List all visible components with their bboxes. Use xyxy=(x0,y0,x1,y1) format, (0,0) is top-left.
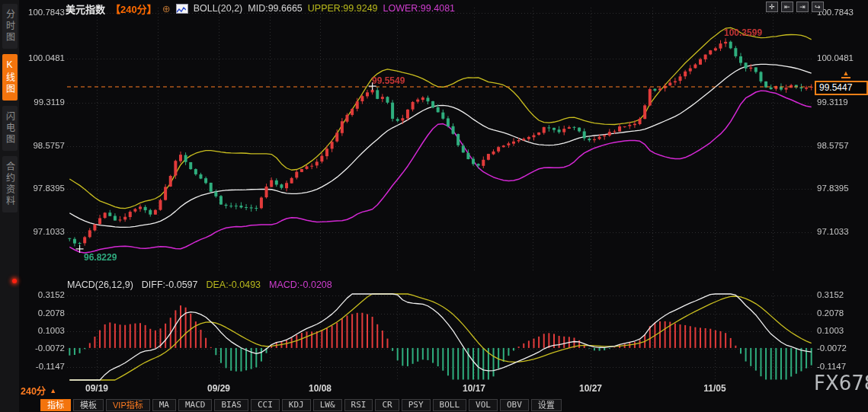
x-axis-date-label: 09/29 xyxy=(202,383,235,394)
period-label: 【240分】 xyxy=(111,2,157,16)
period-high-annotation: 100.3599 xyxy=(724,27,762,38)
macd-axis-right-label: -0.1147 xyxy=(817,362,866,371)
price-axis-left-label: 99.3119 xyxy=(21,97,65,107)
target-icon[interactable]: ⊕ xyxy=(162,4,171,14)
chart-controls: ✛ ⇤ ⇥ ↪ xyxy=(766,2,824,12)
toolbar-tab-cr[interactable]: CR xyxy=(375,399,399,411)
chevron-up-icon: ▲ xyxy=(50,387,56,394)
boll-params-label: BOLL(20,2) xyxy=(194,3,243,14)
x-axis-date-label: 09/19 xyxy=(80,383,114,394)
price-axis-right-label: 99.3119 xyxy=(817,97,866,107)
toolbar-tab-indicator[interactable]: 指标 xyxy=(40,399,71,411)
price-axis-right-label: 100.7843 xyxy=(817,8,866,17)
period-selector[interactable]: 240分 ▲ xyxy=(21,383,56,398)
boll-lower-value: LOWER:99.4081 xyxy=(383,3,456,14)
boll-mid-value: MID:99.6665 xyxy=(248,3,303,14)
toolbar-tab-vol[interactable]: VOL xyxy=(469,399,498,411)
macd-axis-right-label: -0.0072 xyxy=(817,343,866,353)
price-axis-left-label: 98.5757 xyxy=(21,141,65,150)
toolbar-tab-template[interactable]: 模板 xyxy=(73,399,104,411)
macd-axis-left-label: 0.1003 xyxy=(21,326,65,335)
price-axis-right-label: 100.0481 xyxy=(817,53,866,62)
toolbar-tab-cci[interactable]: CCI xyxy=(251,399,280,411)
macd-axis-left-label: -0.0072 xyxy=(21,343,65,353)
toolbar-tab-vip-indicator[interactable]: VIP指标 xyxy=(106,399,150,411)
toolbar-tab-kdj[interactable]: KDJ xyxy=(282,399,311,411)
toolbar-tab-bias[interactable]: BIAS xyxy=(214,399,248,411)
macd-axis-right-label: 0.1003 xyxy=(817,326,866,335)
candlestick-chart-canvas[interactable] xyxy=(0,0,868,412)
price-pin-icon[interactable]: ▲ xyxy=(841,69,850,78)
mini-chart-icon[interactable] xyxy=(176,4,188,14)
toolbar-tab-rsi[interactable]: RSI xyxy=(344,399,373,411)
sidebar-tab-lightning-chart[interactable]: 闪电图 xyxy=(2,106,18,151)
sidebar-tab-contract-info[interactable]: 合约资料 xyxy=(2,156,18,212)
macd-dea-value: DEA:-0.0493 xyxy=(206,279,261,290)
alert-icon xyxy=(12,279,17,283)
macd-params-label: MACD(26,12,9) xyxy=(67,279,133,290)
indicator-toolbar: 指标 模板 VIP指标 MA MACD BIAS CCI KDJ LW& RSI… xyxy=(40,399,562,411)
expand-x-axis-icon[interactable]: ⇥ xyxy=(796,2,809,12)
brand-watermark: FX678 xyxy=(814,372,868,394)
toolbar-tab-obv[interactable]: OBV xyxy=(500,399,529,411)
toolbar-tab-macd[interactable]: MACD xyxy=(178,399,213,411)
macd-axis-left-label: 0.2078 xyxy=(21,308,65,318)
price-axis-right-label: 97.1033 xyxy=(817,227,866,236)
symbol-title: 美元指数 xyxy=(66,2,105,16)
toolbar-tab-lw[interactable]: LW& xyxy=(313,399,342,411)
period-low-annotation: 96.8229 xyxy=(84,252,117,263)
sidebar-tab-time-chart[interactable]: 分时图 xyxy=(2,4,18,49)
macd-macd-value: MACD:-0.0208 xyxy=(269,279,332,290)
price-axis-left-label: 97.1033 xyxy=(21,227,65,236)
period-text: 240分 xyxy=(21,383,46,398)
price-axis-right-label: 98.5757 xyxy=(817,141,866,150)
toolbar-tab-ma[interactable]: MA xyxy=(152,399,176,411)
price-axis-left-label: 100.7843 xyxy=(21,8,65,17)
x-axis-date-label: 10/17 xyxy=(457,383,491,394)
left-sidebar: 分时图 K线图 闪电图 合约资料 xyxy=(0,0,19,412)
macd-axis-right-label: 0.2078 xyxy=(817,308,866,318)
trading-app-window: 分时图 K线图 闪电图 合约资料 美元指数 【240分】 ⊕ BOLL(20,2… xyxy=(0,0,868,412)
macd-axis-left-label: -0.1147 xyxy=(21,362,65,371)
x-axis-date-label: 10/27 xyxy=(574,383,607,394)
macd-header: MACD(26,12,9) DIFF:-0.0597 DEA:-0.0493 M… xyxy=(67,279,332,290)
x-axis-date-label: 11/05 xyxy=(698,383,732,394)
pan-icon[interactable]: ✛ xyxy=(766,2,778,12)
price-axis-left-label: 100.0481 xyxy=(21,53,65,62)
macd-diff-value: DIFF:-0.0597 xyxy=(142,279,198,290)
exit-chart-icon[interactable]: ↪ xyxy=(812,2,824,12)
chart-title-bar: 美元指数 【240分】 ⊕ BOLL(20,2) MID:99.6665 UPP… xyxy=(66,2,455,14)
current-price-tag: 99.5447 xyxy=(815,81,868,95)
toolbar-tab-settings[interactable]: 设置 xyxy=(531,399,562,411)
swing-high-annotation: 99.5549 xyxy=(372,75,405,86)
price-axis-right-label: 97.8395 xyxy=(817,184,866,193)
x-axis-date-label: 10/08 xyxy=(303,383,337,394)
toolbar-tab-boll[interactable]: BOLL xyxy=(433,399,467,411)
boll-upper-value: UPPER:99.9249 xyxy=(308,3,378,14)
sidebar-tab-kline-chart[interactable]: K线图 xyxy=(2,54,18,101)
macd-axis-left-label: 0.3152 xyxy=(21,290,65,299)
macd-axis-right-label: 0.3152 xyxy=(817,290,866,299)
toolbar-tab-psy[interactable]: PSY xyxy=(402,399,431,411)
price-axis-left-label: 97.8395 xyxy=(21,184,65,193)
shrink-x-axis-icon[interactable]: ⇤ xyxy=(781,2,793,12)
